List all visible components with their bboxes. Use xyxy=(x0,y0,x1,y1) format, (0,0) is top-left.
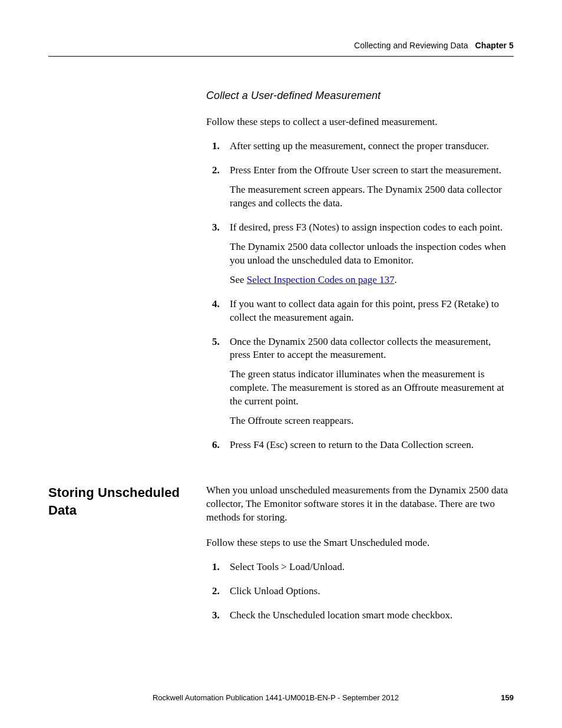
section-intro: When you unload unscheduled measurements… xyxy=(206,484,514,525)
see-suffix: . xyxy=(395,274,397,285)
step-text: Press Enter from the Offroute User scree… xyxy=(230,164,514,177)
content-column: Collect a User-defined Measurement Follo… xyxy=(206,88,514,452)
header-section: Collecting and Reviewing Data xyxy=(354,41,468,50)
section-lead: Follow these steps to use the Smart Unsc… xyxy=(206,536,514,550)
step-item: 2. Click Unload Options. xyxy=(206,585,514,598)
step-number: 3. xyxy=(212,609,220,622)
step-item: 5. Once the Dynamix 2500 data collector … xyxy=(206,335,514,429)
step-number: 1. xyxy=(212,140,220,153)
step-text: After setting up the measurement, connec… xyxy=(230,140,514,153)
section-body: When you unload unscheduled measurements… xyxy=(206,484,514,633)
procedure-steps: 1. After setting up the measurement, con… xyxy=(206,140,514,452)
running-header: Collecting and Reviewing Data Chapter 5 xyxy=(48,40,514,51)
step-text: Check the Unscheduled location smart mod… xyxy=(230,609,514,622)
step-item: 1. Select Tools > Load/Unload. xyxy=(206,561,514,574)
step-number: 3. xyxy=(212,221,220,235)
step-note: The Offroute screen reappears. xyxy=(230,414,514,428)
step-number: 2. xyxy=(212,585,220,598)
step-number: 4. xyxy=(212,298,220,311)
step-item: 3. If desired, press F3 (Notes) to assig… xyxy=(206,221,514,287)
footer-page-number: 159 xyxy=(501,693,514,703)
section-heading: Storing Unscheduled Data xyxy=(48,484,206,633)
step-number: 1. xyxy=(212,561,220,574)
step-note: The measurement screen appears. The Dyna… xyxy=(230,183,514,210)
step-text: If desired, press F3 (Notes) to assign i… xyxy=(230,221,514,235)
step-text: If you want to collect data again for th… xyxy=(230,298,514,325)
header-chapter: Chapter 5 xyxy=(475,41,514,50)
step-item: 4. If you want to collect data again for… xyxy=(206,298,514,325)
step-text: Click Unload Options. xyxy=(230,585,514,598)
step-text: Once the Dynamix 2500 data collector col… xyxy=(230,335,514,363)
see-prefix: See xyxy=(230,274,247,285)
step-item: 6. Press F4 (Esc) screen to return to th… xyxy=(206,439,514,452)
section: Storing Unscheduled Data When you unload… xyxy=(48,484,514,633)
subsection-heading: Collect a User-defined Measurement xyxy=(206,88,514,103)
header-rule xyxy=(48,56,514,57)
step-see: See Select Inspection Codes on page 137. xyxy=(230,274,514,287)
step-item: 3. Check the Unscheduled location smart … xyxy=(206,609,514,622)
step-item: 2. Press Enter from the Offroute User sc… xyxy=(206,164,514,210)
step-text: Select Tools > Load/Unload. xyxy=(230,561,514,574)
step-note: The green status indicator illuminates w… xyxy=(230,368,514,409)
step-number: 5. xyxy=(212,335,220,349)
intro-paragraph: Follow these steps to collect a user-def… xyxy=(206,116,514,129)
page-footer: . Rockwell Automation Publication 1441-U… xyxy=(48,693,514,703)
page: Collecting and Reviewing Data Chapter 5 … xyxy=(0,0,562,728)
step-item: 1. After setting up the measurement, con… xyxy=(206,140,514,153)
step-number: 2. xyxy=(212,164,220,177)
step-note: The Dynamix 2500 data collector unloads … xyxy=(230,241,514,268)
footer-publication: Rockwell Automation Publication 1441-UM0… xyxy=(51,693,501,703)
step-number: 6. xyxy=(212,439,220,452)
procedure-steps: 1. Select Tools > Load/Unload. 2. Click … xyxy=(206,561,514,622)
step-text: Press F4 (Esc) screen to return to the D… xyxy=(230,439,514,452)
cross-reference-link[interactable]: Select Inspection Codes on page 137 xyxy=(247,274,395,285)
